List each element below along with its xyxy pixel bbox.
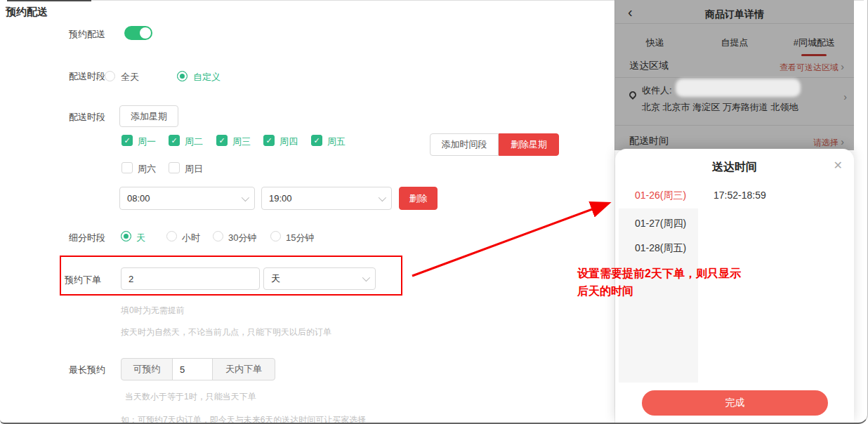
date-option-3[interactable]: 01-28(周五) <box>635 242 686 255</box>
checkbox-saturday[interactable] <box>121 162 133 173</box>
checkbox-saturday-label[interactable]: 周六 <box>138 163 156 175</box>
add-timeslot-button[interactable]: 添加时间段 <box>430 133 499 156</box>
date-option-2[interactable]: 01-27(周四) <box>635 218 686 230</box>
delete-week-button[interactable]: 删除星期 <box>499 133 559 156</box>
end-time-select[interactable]: 19:00 <box>261 187 392 210</box>
max-reserve-days-input[interactable] <box>172 358 213 380</box>
week-section-label: 配送时段 <box>69 111 105 124</box>
add-week-button[interactable]: 添加星期 <box>119 105 178 127</box>
max-reserve-suffix: 天内下单 <box>212 358 275 380</box>
start-time-value: 08:00 <box>127 193 150 204</box>
close-icon[interactable]: ✕ <box>834 159 843 172</box>
toggle-knob-icon <box>140 27 151 39</box>
radio-day-label[interactable]: 天 <box>136 232 145 244</box>
modal-dim-overlay <box>614 0 854 150</box>
radio-day[interactable] <box>121 231 131 241</box>
granularity-label: 细分时段 <box>69 232 105 244</box>
radio-all-day-label[interactable]: 全天 <box>121 71 139 84</box>
page-title: 预约配送 <box>6 6 48 19</box>
advance-hint-zero: 填0时为无需提前 <box>121 305 185 317</box>
checkbox-sunday[interactable] <box>169 162 180 173</box>
advance-unit-select[interactable]: 天 <box>263 267 376 290</box>
max-reserve-label: 最长预约 <box>69 364 105 376</box>
modal-title: 送达时间 <box>615 160 854 175</box>
time-slot-option[interactable]: 17:52-18:59 <box>714 190 766 201</box>
radio-all-day[interactable] <box>105 71 115 81</box>
radio-custom[interactable] <box>177 71 188 81</box>
advance-hint-day: 按天时为自然天，不论当前几点，只能下明天以后的订单 <box>121 326 331 338</box>
done-button[interactable]: 完成 <box>642 390 828 416</box>
checkbox-thursday[interactable]: ✓ <box>263 135 275 146</box>
radio-15min[interactable] <box>270 231 281 241</box>
advance-unit-value: 天 <box>271 272 280 285</box>
checkbox-sunday-label[interactable]: 周日 <box>185 163 203 175</box>
chevron-down-icon <box>379 193 386 201</box>
radio-30min-label[interactable]: 30分钟 <box>228 232 256 244</box>
checkbox-tuesday[interactable]: ✓ <box>169 135 180 146</box>
period-radio-label: 配送时段 <box>69 70 105 83</box>
advance-days-input[interactable] <box>121 267 260 290</box>
chevron-down-icon <box>242 193 249 201</box>
redacted-recipient-name <box>676 79 801 97</box>
checkbox-friday-label[interactable]: 周五 <box>327 135 346 148</box>
checkbox-monday[interactable]: ✓ <box>121 135 133 146</box>
radio-custom-label[interactable]: 自定义 <box>193 71 221 84</box>
reserve-delivery-toggle[interactable] <box>124 26 152 40</box>
checkbox-wednesday-label[interactable]: 周三 <box>232 135 251 148</box>
radio-hour[interactable] <box>166 231 177 241</box>
checkbox-thursday-label[interactable]: 周四 <box>280 135 298 148</box>
max-reserve-hint-today: 当天数小于等于1时，只能当天下单 <box>125 391 256 403</box>
checkbox-friday[interactable]: ✓ <box>311 135 322 146</box>
date-option-selected[interactable]: 01-26(周三) <box>635 190 686 202</box>
radio-15min-label[interactable]: 15分钟 <box>286 232 314 244</box>
max-reserve-hint-example: 如：可预约7天内订单，即今天与未来6天的送达时间可让买家选择 <box>121 414 366 424</box>
radio-30min[interactable] <box>213 231 223 241</box>
window-top-edge-dark <box>7 0 91 1</box>
radio-hour-label[interactable]: 小时 <box>182 232 200 244</box>
start-time-select[interactable]: 08:00 <box>119 187 255 210</box>
reserve-toggle-label: 预约配送 <box>69 28 105 41</box>
checkbox-wednesday[interactable]: ✓ <box>216 135 228 146</box>
checkbox-monday-label[interactable]: 周一 <box>138 135 156 148</box>
chevron-down-icon <box>362 274 370 281</box>
screenshot-root: 预约配送 预约配送 配送时段 全天 自定义 配送时段 添加星期 ✓ 周一 ✓ 周… <box>0 0 868 424</box>
max-reserve-prefix: 可预约 <box>121 358 173 380</box>
advance-order-label: 预约下单 <box>65 274 101 286</box>
annotation-arrow <box>404 192 618 281</box>
checkbox-tuesday-label[interactable]: 周二 <box>185 135 203 148</box>
end-time-value: 19:00 <box>269 193 292 204</box>
